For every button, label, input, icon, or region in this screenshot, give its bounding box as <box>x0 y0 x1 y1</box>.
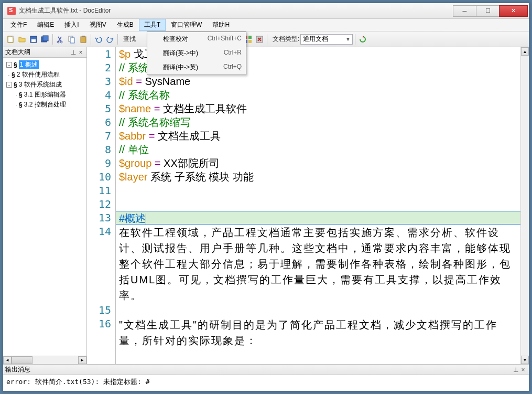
code-line[interactable]: // 系统名称 <box>116 88 520 102</box>
doctype-combo[interactable]: 通用文档 ▼ <box>300 34 353 45</box>
code-line[interactable] <box>116 197 520 211</box>
code-line[interactable]: "文档生成工具"的研制目的是为了简化产品工程文档，减少文档撰写的工作量，所针对的… <box>116 317 520 348</box>
scroll-up-icon[interactable]: ▲ <box>521 47 529 56</box>
line-gutter: 12345678910111213141516 <box>87 47 116 364</box>
chevron-down-icon: ▼ <box>345 37 350 42</box>
refresh-icon[interactable] <box>357 34 368 45</box>
dropdown-translate-en-zh[interactable]: 翻译(英->中) Ctrl+R <box>147 46 246 60</box>
redo-icon[interactable] <box>105 34 115 45</box>
code-line[interactable] <box>116 303 520 317</box>
toolbar-separator <box>91 34 91 45</box>
menu-bar: 文件F 编辑E 插入I 视图V 生成B 工具T 窗口管理W 帮助H <box>3 19 529 31</box>
close-panel-icon[interactable]: × <box>77 49 84 56</box>
output-title: 输出消息 <box>5 365 512 374</box>
menu-edit[interactable]: 编辑E <box>32 19 59 31</box>
save-icon[interactable] <box>28 34 39 45</box>
close-button[interactable]: ✕ <box>499 5 528 17</box>
code-line[interactable]: 在软件工程领域，产品工程文档通常主要包括实施方案、需求分析、软件设计、测试报告、… <box>116 225 520 303</box>
code-line[interactable]: $layer 系统 子系统 模块 功能 <box>116 170 520 184</box>
svg-rect-2 <box>31 39 36 42</box>
dropdown-translate-zh-en[interactable]: 翻译(中->英) Ctrl+Q <box>147 60 246 74</box>
scroll-left-icon[interactable]: ◄ <box>3 356 12 364</box>
toolbar-separator <box>52 34 53 45</box>
svg-rect-8 <box>70 38 74 43</box>
minimize-button[interactable]: ─ <box>453 5 476 17</box>
outline-hscroll[interactable]: ◄ ► <box>3 356 86 364</box>
outline-tree: -§1 概述·§2 软件使用流程-§3 软件系统组成·§3.1 图形编辑器·§3… <box>3 58 86 356</box>
paste-icon[interactable] <box>78 34 89 45</box>
code-line[interactable]: $group = XX部院所司 <box>116 156 520 170</box>
scroll-thumb[interactable] <box>12 356 32 364</box>
copy-icon[interactable] <box>67 34 77 45</box>
undo-icon[interactable] <box>93 34 104 45</box>
doctype-value: 通用文档 <box>303 35 328 44</box>
code-line[interactable]: $id = SysName <box>116 74 520 88</box>
maximize-button[interactable]: ☐ <box>476 5 500 17</box>
find-label: 查找 <box>123 35 136 44</box>
pin-icon[interactable]: ⊥ <box>70 49 77 56</box>
pin-icon[interactable]: ⊥ <box>512 366 519 374</box>
menu-build[interactable]: 生成B <box>112 19 139 31</box>
svg-rect-9 <box>81 37 86 42</box>
menu-view[interactable]: 视图V <box>84 19 112 31</box>
code-area[interactable]: $p 戈工具软件 $module// 系统ID$id = SysName// 系… <box>116 47 520 364</box>
code-line[interactable] <box>116 184 520 197</box>
toolbar-separator <box>267 34 267 45</box>
outline-item[interactable]: -§1 概述 <box>4 60 85 70</box>
close-panel-icon[interactable]: × <box>519 366 527 374</box>
delete-icon[interactable] <box>254 34 265 45</box>
output-message: error: 软件简介.txt(53): 未指定标题: # <box>3 375 529 391</box>
main-window: 文档生成工具软件.txt - DocEditor ─ ☐ ✕ 文件F 编辑E 插… <box>3 3 529 391</box>
outline-item[interactable]: ·§2 软件使用流程 <box>4 70 85 80</box>
svg-rect-10 <box>82 36 85 37</box>
cut-icon[interactable] <box>55 34 66 45</box>
scroll-right-icon[interactable]: ► <box>78 356 86 364</box>
menu-window[interactable]: 窗口管理W <box>166 19 207 31</box>
menu-file[interactable]: 文件F <box>5 19 32 31</box>
code-line[interactable]: // 系统名称缩写 <box>116 115 520 129</box>
toolbar-separator <box>355 34 355 45</box>
tools-dropdown: 检查校对 Ctrl+Shift+C 翻译(英->中) Ctrl+R 翻译(中->… <box>147 31 246 75</box>
code-line[interactable]: $abbr = 文档生成工具 <box>116 129 520 143</box>
output-panel: 输出消息 ⊥ × error: 软件简介.txt(53): 未指定标题: # <box>3 364 529 391</box>
outline-title: 文档大纲 <box>5 48 70 57</box>
menu-tools[interactable]: 工具T <box>139 19 166 31</box>
code-line[interactable]: $name = 文档生成工具软件 <box>116 102 520 115</box>
editor-vscroll[interactable]: ▲ ▼ <box>520 47 529 364</box>
outline-item[interactable]: ·§3.1 图形编辑器 <box>4 90 85 100</box>
code-editor[interactable]: 12345678910111213141516 $p 戈工具软件 $module… <box>87 47 529 364</box>
save-all-icon[interactable] <box>40 34 50 45</box>
code-line[interactable]: #概述 <box>116 211 520 225</box>
menu-help[interactable]: 帮助H <box>207 19 235 31</box>
outline-item[interactable]: -§3 软件系统组成 <box>4 80 85 90</box>
scroll-down-icon[interactable]: ▼ <box>521 356 529 364</box>
dropdown-check[interactable]: 检查校对 Ctrl+Shift+C <box>147 32 246 46</box>
svg-rect-4 <box>43 36 48 41</box>
toolbar-separator <box>117 34 118 45</box>
doctype-label: 文档类型: <box>273 35 299 44</box>
title-bar[interactable]: 文档生成工具软件.txt - DocEditor ─ ☐ ✕ <box>3 3 529 19</box>
output-header: 输出消息 ⊥ × <box>3 365 529 375</box>
outline-item[interactable]: ·§3.2 控制台处理 <box>4 100 85 110</box>
outline-panel: 文档大纲 ⊥ × -§1 概述·§2 软件使用流程-§3 软件系统组成·§3.1… <box>3 47 87 364</box>
new-file-icon[interactable] <box>5 34 16 45</box>
window-title: 文档生成工具软件.txt - DocEditor <box>19 6 453 15</box>
code-line[interactable]: // 单位 <box>116 143 520 156</box>
outline-header: 文档大纲 ⊥ × <box>3 47 86 58</box>
app-icon <box>7 7 16 15</box>
open-file-icon[interactable] <box>17 34 27 45</box>
svg-rect-12 <box>248 36 252 39</box>
toolbar: 查找 检查校对 Ctrl+Shift+C 翻译(英->中) Ctrl+R 翻译(… <box>3 31 529 47</box>
menu-insert[interactable]: 插入I <box>59 19 84 31</box>
svg-rect-14 <box>248 40 252 43</box>
